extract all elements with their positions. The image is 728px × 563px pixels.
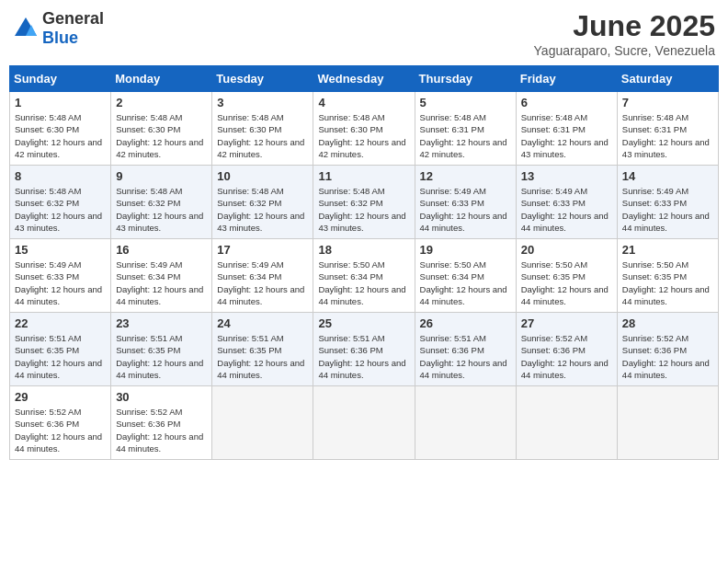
page-header: General Blue June 2025 Yaguaraparo, Sucr… xyxy=(9,9,719,58)
day-info: Sunrise: 5:50 AMSunset: 6:34 PMDaylight:… xyxy=(420,259,511,307)
day-info: Sunrise: 5:49 AMSunset: 6:33 PMDaylight:… xyxy=(15,259,106,307)
calendar-day-cell: 5Sunrise: 5:48 AMSunset: 6:31 PMDaylight… xyxy=(415,92,516,166)
calendar-day-cell: 18Sunrise: 5:50 AMSunset: 6:34 PMDayligh… xyxy=(313,239,415,313)
calendar-day-cell: 16Sunrise: 5:49 AMSunset: 6:34 PMDayligh… xyxy=(111,239,212,313)
day-number: 25 xyxy=(318,316,409,330)
calendar-day-cell: 13Sunrise: 5:49 AMSunset: 6:33 PMDayligh… xyxy=(516,166,617,239)
day-info: Sunrise: 5:48 AMSunset: 6:30 PMDaylight:… xyxy=(318,111,409,160)
calendar-day-cell: 6Sunrise: 5:48 AMSunset: 6:31 PMDaylight… xyxy=(516,92,617,166)
day-info: Sunrise: 5:51 AMSunset: 6:36 PMDaylight:… xyxy=(318,332,409,381)
day-info: Sunrise: 5:52 AMSunset: 6:36 PMDaylight:… xyxy=(15,406,106,454)
day-info: Sunrise: 5:48 AMSunset: 6:31 PMDaylight:… xyxy=(521,111,612,160)
day-number: 17 xyxy=(217,243,308,257)
calendar-day-cell: 27Sunrise: 5:52 AMSunset: 6:36 PMDayligh… xyxy=(516,313,617,386)
day-info: Sunrise: 5:48 AMSunset: 6:30 PMDaylight:… xyxy=(116,111,207,160)
weekday-header-row: SundayMondayTuesdayWednesdayThursdayFrid… xyxy=(10,66,719,92)
day-number: 30 xyxy=(116,390,207,404)
day-info: Sunrise: 5:49 AMSunset: 6:34 PMDaylight:… xyxy=(116,259,207,307)
logo-icon xyxy=(13,16,39,41)
day-info: Sunrise: 5:48 AMSunset: 6:32 PMDaylight:… xyxy=(318,185,409,234)
day-info: Sunrise: 5:52 AMSunset: 6:36 PMDaylight:… xyxy=(622,332,713,381)
calendar-week-row: 29Sunrise: 5:52 AMSunset: 6:36 PMDayligh… xyxy=(10,386,719,460)
day-number: 12 xyxy=(420,169,511,183)
day-number: 4 xyxy=(318,96,409,109)
weekday-header-friday: Friday xyxy=(516,66,617,92)
calendar-day-cell xyxy=(212,386,313,460)
calendar-week-row: 8Sunrise: 5:48 AMSunset: 6:32 PMDaylight… xyxy=(10,166,719,239)
day-number: 11 xyxy=(318,169,409,183)
calendar-week-row: 15Sunrise: 5:49 AMSunset: 6:33 PMDayligh… xyxy=(10,239,719,313)
day-number: 14 xyxy=(622,169,713,183)
calendar-day-cell xyxy=(617,386,718,460)
day-info: Sunrise: 5:48 AMSunset: 6:32 PMDaylight:… xyxy=(15,185,106,234)
calendar-table: SundayMondayTuesdayWednesdayThursdayFrid… xyxy=(9,65,719,460)
day-info: Sunrise: 5:52 AMSunset: 6:36 PMDaylight:… xyxy=(521,332,612,381)
weekday-header-sunday: Sunday xyxy=(10,66,111,92)
day-number: 24 xyxy=(217,316,308,330)
calendar-day-cell: 8Sunrise: 5:48 AMSunset: 6:32 PMDaylight… xyxy=(10,166,111,239)
day-number: 15 xyxy=(15,243,106,257)
day-number: 18 xyxy=(318,243,409,257)
day-number: 10 xyxy=(217,169,308,183)
day-info: Sunrise: 5:49 AMSunset: 6:33 PMDaylight:… xyxy=(622,185,713,234)
day-info: Sunrise: 5:48 AMSunset: 6:31 PMDaylight:… xyxy=(420,111,511,160)
title-block: June 2025 Yaguaraparo, Sucre, Venezuela xyxy=(534,9,715,58)
calendar-day-cell: 11Sunrise: 5:48 AMSunset: 6:32 PMDayligh… xyxy=(313,166,415,239)
day-number: 1 xyxy=(15,96,106,109)
day-info: Sunrise: 5:52 AMSunset: 6:36 PMDaylight:… xyxy=(116,406,207,454)
weekday-header-monday: Monday xyxy=(111,66,212,92)
day-info: Sunrise: 5:50 AMSunset: 6:34 PMDaylight:… xyxy=(318,259,409,307)
day-number: 29 xyxy=(15,390,106,404)
weekday-header-thursday: Thursday xyxy=(415,66,516,92)
day-number: 9 xyxy=(116,169,207,183)
calendar-day-cell: 2Sunrise: 5:48 AMSunset: 6:30 PMDaylight… xyxy=(111,92,212,166)
day-number: 22 xyxy=(15,316,106,330)
day-number: 2 xyxy=(116,96,207,109)
weekday-header-tuesday: Tuesday xyxy=(212,66,313,92)
weekday-header-wednesday: Wednesday xyxy=(313,66,415,92)
day-number: 7 xyxy=(622,96,713,109)
logo-general-text: General xyxy=(42,9,104,28)
day-info: Sunrise: 5:48 AMSunset: 6:30 PMDaylight:… xyxy=(15,111,106,160)
calendar-day-cell: 21Sunrise: 5:50 AMSunset: 6:35 PMDayligh… xyxy=(617,239,718,313)
day-number: 19 xyxy=(420,243,511,257)
calendar-day-cell: 15Sunrise: 5:49 AMSunset: 6:33 PMDayligh… xyxy=(10,239,111,313)
calendar-day-cell: 25Sunrise: 5:51 AMSunset: 6:36 PMDayligh… xyxy=(313,313,415,386)
day-info: Sunrise: 5:49 AMSunset: 6:33 PMDaylight:… xyxy=(420,185,511,234)
day-info: Sunrise: 5:48 AMSunset: 6:31 PMDaylight:… xyxy=(622,111,713,160)
logo: General Blue xyxy=(13,9,104,48)
day-info: Sunrise: 5:51 AMSunset: 6:36 PMDaylight:… xyxy=(420,332,511,381)
calendar-day-cell xyxy=(313,386,415,460)
calendar-day-cell xyxy=(415,386,516,460)
day-number: 27 xyxy=(521,316,612,330)
calendar-day-cell: 26Sunrise: 5:51 AMSunset: 6:36 PMDayligh… xyxy=(415,313,516,386)
calendar-day-cell: 24Sunrise: 5:51 AMSunset: 6:35 PMDayligh… xyxy=(212,313,313,386)
calendar-day-cell: 9Sunrise: 5:48 AMSunset: 6:32 PMDaylight… xyxy=(111,166,212,239)
day-number: 26 xyxy=(420,316,511,330)
calendar-day-cell: 7Sunrise: 5:48 AMSunset: 6:31 PMDaylight… xyxy=(617,92,718,166)
day-number: 13 xyxy=(521,169,612,183)
day-info: Sunrise: 5:48 AMSunset: 6:32 PMDaylight:… xyxy=(217,185,308,234)
weekday-header-saturday: Saturday xyxy=(617,66,718,92)
day-number: 3 xyxy=(217,96,308,109)
month-title: June 2025 xyxy=(534,9,715,43)
calendar-day-cell: 20Sunrise: 5:50 AMSunset: 6:35 PMDayligh… xyxy=(516,239,617,313)
calendar-week-row: 1Sunrise: 5:48 AMSunset: 6:30 PMDaylight… xyxy=(10,92,719,166)
day-info: Sunrise: 5:48 AMSunset: 6:30 PMDaylight:… xyxy=(217,111,308,160)
calendar-day-cell xyxy=(516,386,617,460)
calendar-day-cell: 22Sunrise: 5:51 AMSunset: 6:35 PMDayligh… xyxy=(10,313,111,386)
day-info: Sunrise: 5:48 AMSunset: 6:32 PMDaylight:… xyxy=(116,185,207,234)
logo-blue-text: Blue xyxy=(42,29,78,47)
calendar-day-cell: 1Sunrise: 5:48 AMSunset: 6:30 PMDaylight… xyxy=(10,92,111,166)
calendar-day-cell: 30Sunrise: 5:52 AMSunset: 6:36 PMDayligh… xyxy=(111,386,212,460)
day-number: 21 xyxy=(622,243,713,257)
calendar-day-cell: 10Sunrise: 5:48 AMSunset: 6:32 PMDayligh… xyxy=(212,166,313,239)
day-number: 23 xyxy=(116,316,207,330)
calendar-day-cell: 23Sunrise: 5:51 AMSunset: 6:35 PMDayligh… xyxy=(111,313,212,386)
calendar-week-row: 22Sunrise: 5:51 AMSunset: 6:35 PMDayligh… xyxy=(10,313,719,386)
day-info: Sunrise: 5:51 AMSunset: 6:35 PMDaylight:… xyxy=(116,332,207,381)
day-number: 16 xyxy=(116,243,207,257)
day-info: Sunrise: 5:49 AMSunset: 6:33 PMDaylight:… xyxy=(521,185,612,234)
day-number: 5 xyxy=(420,96,511,109)
day-info: Sunrise: 5:49 AMSunset: 6:34 PMDaylight:… xyxy=(217,259,308,307)
